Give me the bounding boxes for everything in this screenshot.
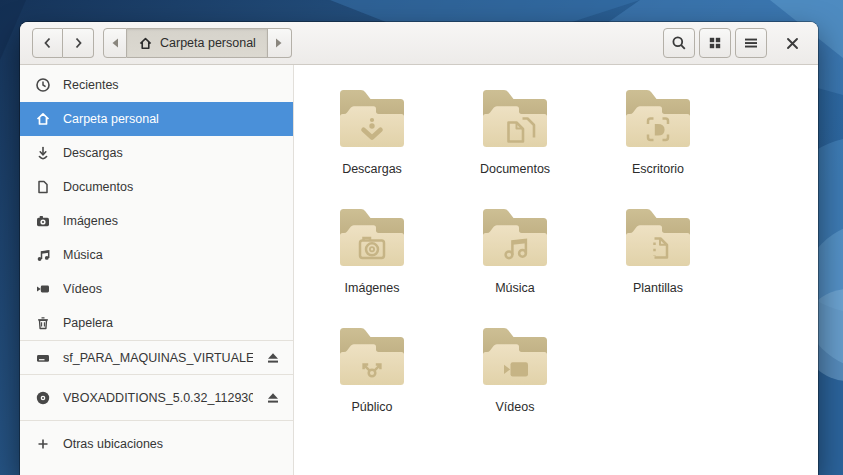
sidebar-item-label: Carpeta personal bbox=[63, 112, 281, 126]
menu-button[interactable] bbox=[735, 28, 767, 58]
plus-icon bbox=[35, 436, 51, 452]
close-window-button[interactable] bbox=[780, 31, 804, 55]
folder-icon-downloads bbox=[335, 85, 409, 156]
folder-icon-templates bbox=[621, 204, 695, 275]
sidebar-item-imagenes[interactable]: Imágenes bbox=[20, 204, 293, 238]
folder-name: Imágenes bbox=[345, 281, 400, 295]
path-current-label: Carpeta personal bbox=[160, 36, 256, 50]
close-icon bbox=[786, 37, 799, 50]
view-controls bbox=[663, 28, 767, 58]
triangle-left-icon bbox=[110, 37, 120, 49]
search-button[interactable] bbox=[663, 28, 695, 58]
triangle-right-icon bbox=[274, 37, 284, 49]
harddisk-icon bbox=[35, 350, 51, 366]
folder-descargas[interactable]: Descargas bbox=[302, 85, 442, 204]
folder-publico[interactable]: Público bbox=[302, 323, 442, 442]
folder-documentos[interactable]: Documentos bbox=[445, 85, 585, 204]
sidebar-item-recientes[interactable]: Recientes bbox=[20, 68, 293, 102]
icon-grid: Descargas Documentos Escritorio bbox=[294, 65, 818, 475]
sidebar-item-label: Descargas bbox=[63, 146, 281, 160]
folder-icon-videos bbox=[478, 323, 552, 394]
folder-name: Vídeos bbox=[496, 400, 535, 414]
eject-button[interactable] bbox=[265, 350, 281, 366]
hamburger-menu-icon bbox=[743, 35, 759, 51]
folder-icon-share bbox=[335, 323, 409, 394]
sidebar-item-videos[interactable]: Vídeos bbox=[20, 272, 293, 306]
folder-escritorio[interactable]: Escritorio bbox=[588, 85, 728, 204]
sidebar-item-label: Música bbox=[63, 248, 281, 262]
sidebar-item-label: Vídeos bbox=[63, 282, 281, 296]
places-sidebar: Recientes Carpeta personal Descargas bbox=[20, 65, 294, 475]
path-next-button[interactable] bbox=[268, 28, 292, 58]
sidebar-item-label: Imágenes bbox=[63, 214, 281, 228]
folder-icon-pictures bbox=[335, 204, 409, 275]
clock-icon bbox=[35, 77, 51, 93]
sidebar-item-otras-ubicaciones[interactable]: Otras ubicaciones bbox=[20, 421, 293, 467]
sidebar-item-vboxadditions[interactable]: VBOXADDITIONS_5.0.32_112930 bbox=[20, 375, 293, 420]
history-nav-group bbox=[32, 28, 94, 58]
chevron-right-icon bbox=[70, 35, 86, 51]
sidebar-item-carpeta-personal[interactable]: Carpeta personal bbox=[20, 102, 293, 136]
trash-icon bbox=[35, 315, 51, 331]
download-icon bbox=[35, 145, 51, 161]
folder-name: Descargas bbox=[342, 162, 402, 176]
sidebar-item-label: Papelera bbox=[63, 316, 281, 330]
sidebar-item-descargas[interactable]: Descargas bbox=[20, 136, 293, 170]
folder-musica[interactable]: Música bbox=[445, 204, 585, 323]
folder-name: Documentos bbox=[480, 162, 550, 176]
home-icon bbox=[35, 111, 51, 127]
folder-icon-music bbox=[478, 204, 552, 275]
search-icon bbox=[671, 35, 687, 51]
grid-view-icon bbox=[707, 35, 723, 51]
music-notes-icon bbox=[35, 247, 51, 263]
sidebar-item-label: Otras ubicaciones bbox=[63, 437, 281, 451]
path-bar: Carpeta personal bbox=[103, 28, 292, 58]
video-camera-icon bbox=[35, 281, 51, 297]
folder-name: Público bbox=[352, 400, 393, 414]
eject-button[interactable] bbox=[265, 390, 281, 406]
sidebar-item-label: VBOXADDITIONS_5.0.32_112930 bbox=[63, 391, 253, 405]
document-icon bbox=[35, 179, 51, 195]
file-view[interactable]: Descargas Documentos Escritorio bbox=[294, 65, 818, 475]
sidebar-item-musica[interactable]: Música bbox=[20, 238, 293, 272]
camera-icon bbox=[35, 213, 51, 229]
headerbar: Carpeta personal bbox=[20, 22, 818, 65]
sidebar-item-sf-para-maquinas-virtuales[interactable]: sf_PARA_MAQUINAS_VIRTUALES bbox=[20, 341, 293, 374]
folder-name: Música bbox=[495, 281, 535, 295]
forward-button[interactable] bbox=[63, 28, 94, 58]
sidebar-item-label: Recientes bbox=[63, 78, 281, 92]
path-current-location[interactable]: Carpeta personal bbox=[127, 28, 268, 58]
folder-plantillas[interactable]: Plantillas bbox=[588, 204, 728, 323]
folder-name: Escritorio bbox=[632, 162, 684, 176]
folder-icon-documents bbox=[478, 85, 552, 156]
chevron-left-icon bbox=[40, 35, 56, 51]
files-window: Carpeta personal bbox=[20, 22, 818, 475]
path-previous-button[interactable] bbox=[103, 28, 127, 58]
optical-disc-icon bbox=[35, 390, 51, 406]
back-button[interactable] bbox=[32, 28, 63, 58]
eject-icon bbox=[265, 350, 281, 366]
folder-name: Plantillas bbox=[633, 281, 683, 295]
folder-imagenes[interactable]: Imágenes bbox=[302, 204, 442, 323]
home-icon bbox=[138, 36, 153, 51]
sidebar-item-documentos[interactable]: Documentos bbox=[20, 170, 293, 204]
folder-icon-desktop bbox=[621, 85, 695, 156]
eject-icon bbox=[265, 390, 281, 406]
sidebar-item-papelera[interactable]: Papelera bbox=[20, 306, 293, 340]
sidebar-item-label: sf_PARA_MAQUINAS_VIRTUALES bbox=[63, 351, 253, 365]
grid-view-button[interactable] bbox=[699, 28, 731, 58]
desktop: Carpeta personal bbox=[0, 0, 843, 475]
folder-videos[interactable]: Vídeos bbox=[445, 323, 585, 442]
sidebar-item-label: Documentos bbox=[63, 180, 281, 194]
